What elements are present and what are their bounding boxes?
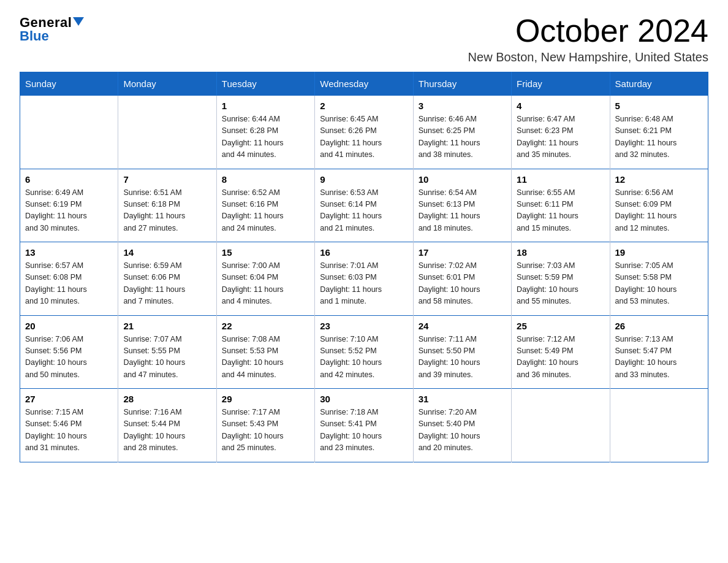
day-number: 18 [517,247,604,258]
day-number: 23 [320,321,408,331]
title-section: October 2024 New Boston, New Hampshire, … [468,15,708,64]
day-cell-26: 26Sunrise: 7:13 AMSunset: 5:47 PMDayligh… [610,315,708,389]
day-cell-15: 15Sunrise: 7:00 AMSunset: 6:04 PMDayligh… [216,242,314,316]
week-row-5: 27Sunrise: 7:15 AMSunset: 5:46 PMDayligh… [20,389,708,462]
day-number: 2 [320,101,408,111]
weekday-header-row: SundayMondayTuesdayWednesdayThursdayFrid… [20,72,708,96]
day-number: 19 [615,247,703,258]
day-info: Sunrise: 7:12 AMSunset: 5:49 PMDaylight:… [517,334,604,381]
day-cell-31: 31Sunrise: 7:20 AMSunset: 5:40 PMDayligh… [413,389,511,462]
day-info: Sunrise: 6:51 AMSunset: 6:18 PMDaylight:… [123,187,211,235]
day-cell-16: 16Sunrise: 7:01 AMSunset: 6:03 PMDayligh… [315,242,413,316]
day-cell-21: 21Sunrise: 7:07 AMSunset: 5:55 PMDayligh… [118,315,216,389]
day-number: 14 [123,247,211,258]
day-cell-5: 5Sunrise: 6:48 AMSunset: 6:21 PMDaylight… [610,96,708,169]
day-info: Sunrise: 7:01 AMSunset: 6:03 PMDaylight:… [320,260,408,308]
day-number: 17 [419,247,506,258]
day-cell-30: 30Sunrise: 7:18 AMSunset: 5:41 PMDayligh… [315,389,413,462]
day-info: Sunrise: 6:54 AMSunset: 6:13 PMDaylight:… [419,187,506,235]
calendar-title: October 2024 [468,15,708,47]
day-cell-24: 24Sunrise: 7:11 AMSunset: 5:50 PMDayligh… [413,315,511,389]
day-cell-14: 14Sunrise: 6:59 AMSunset: 6:06 PMDayligh… [118,242,216,316]
day-info: Sunrise: 7:13 AMSunset: 5:47 PMDaylight:… [615,334,703,381]
day-number: 3 [419,101,506,111]
page-header: General Blue October 2024 New Boston, Ne… [20,15,708,64]
week-row-4: 20Sunrise: 7:06 AMSunset: 5:56 PMDayligh… [20,315,708,389]
day-number: 12 [615,174,703,185]
logo-triangle-icon [73,17,84,26]
weekday-header-friday: Friday [512,72,610,96]
day-cell-2: 2Sunrise: 6:45 AMSunset: 6:26 PMDaylight… [315,96,413,169]
day-info: Sunrise: 6:56 AMSunset: 6:09 PMDaylight:… [615,187,703,235]
calendar-table: SundayMondayTuesdayWednesdayThursdayFrid… [20,72,708,462]
day-number: 13 [25,247,113,258]
day-info: Sunrise: 7:18 AMSunset: 5:41 PMDaylight:… [320,407,408,454]
day-info: Sunrise: 7:00 AMSunset: 6:04 PMDaylight:… [222,260,309,308]
week-row-2: 6Sunrise: 6:49 AMSunset: 6:19 PMDaylight… [20,169,708,242]
day-cell-13: 13Sunrise: 6:57 AMSunset: 6:08 PMDayligh… [20,242,118,316]
weekday-header-monday: Monday [118,72,216,96]
weekday-header-tuesday: Tuesday [216,72,314,96]
day-cell-17: 17Sunrise: 7:02 AMSunset: 6:01 PMDayligh… [413,242,511,316]
day-number: 9 [320,174,408,185]
day-info: Sunrise: 6:45 AMSunset: 6:26 PMDaylight:… [320,113,408,161]
day-number: 16 [320,247,408,258]
day-number: 11 [517,174,604,185]
empty-cell [118,96,216,169]
day-number: 30 [320,394,408,404]
day-cell-20: 20Sunrise: 7:06 AMSunset: 5:56 PMDayligh… [20,315,118,389]
day-number: 25 [517,321,604,331]
calendar-header: SundayMondayTuesdayWednesdayThursdayFrid… [20,72,708,96]
day-info: Sunrise: 7:06 AMSunset: 5:56 PMDaylight:… [25,334,113,381]
day-info: Sunrise: 7:20 AMSunset: 5:40 PMDaylight:… [419,407,506,454]
day-info: Sunrise: 6:48 AMSunset: 6:21 PMDaylight:… [615,113,703,161]
day-number: 1 [222,101,309,111]
day-number: 20 [25,321,113,331]
day-cell-1: 1Sunrise: 6:44 AMSunset: 6:28 PMDaylight… [216,96,314,169]
day-cell-19: 19Sunrise: 7:05 AMSunset: 5:58 PMDayligh… [610,242,708,316]
day-cell-25: 25Sunrise: 7:12 AMSunset: 5:49 PMDayligh… [512,315,610,389]
day-cell-10: 10Sunrise: 6:54 AMSunset: 6:13 PMDayligh… [413,169,511,242]
day-info: Sunrise: 7:16 AMSunset: 5:44 PMDaylight:… [123,407,211,454]
day-number: 10 [419,174,506,185]
day-info: Sunrise: 7:17 AMSunset: 5:43 PMDaylight:… [222,407,309,454]
day-cell-22: 22Sunrise: 7:08 AMSunset: 5:53 PMDayligh… [216,315,314,389]
day-info: Sunrise: 7:11 AMSunset: 5:50 PMDaylight:… [419,334,506,381]
day-info: Sunrise: 6:55 AMSunset: 6:11 PMDaylight:… [517,187,604,235]
day-cell-29: 29Sunrise: 7:17 AMSunset: 5:43 PMDayligh… [216,389,314,462]
calendar-subtitle: New Boston, New Hampshire, United States [468,50,708,64]
weekday-header-sunday: Sunday [20,72,118,96]
day-cell-4: 4Sunrise: 6:47 AMSunset: 6:23 PMDaylight… [512,96,610,169]
day-info: Sunrise: 6:44 AMSunset: 6:28 PMDaylight:… [222,113,309,161]
day-cell-27: 27Sunrise: 7:15 AMSunset: 5:46 PMDayligh… [20,389,118,462]
calendar-body: 1Sunrise: 6:44 AMSunset: 6:28 PMDaylight… [20,96,708,462]
day-info: Sunrise: 7:03 AMSunset: 5:59 PMDaylight:… [517,260,604,308]
day-number: 7 [123,174,211,185]
day-number: 21 [123,321,211,331]
day-number: 22 [222,321,309,331]
day-number: 4 [517,101,604,111]
logo-blue-text: Blue [20,28,49,44]
day-info: Sunrise: 7:15 AMSunset: 5:46 PMDaylight:… [25,407,113,454]
day-info: Sunrise: 6:47 AMSunset: 6:23 PMDaylight:… [517,113,604,161]
day-number: 29 [222,394,309,404]
day-info: Sunrise: 7:08 AMSunset: 5:53 PMDaylight:… [222,334,309,381]
day-cell-12: 12Sunrise: 6:56 AMSunset: 6:09 PMDayligh… [610,169,708,242]
day-cell-8: 8Sunrise: 6:52 AMSunset: 6:16 PMDaylight… [216,169,314,242]
day-number: 27 [25,394,113,404]
day-info: Sunrise: 6:53 AMSunset: 6:14 PMDaylight:… [320,187,408,235]
empty-cell [610,389,708,462]
day-cell-23: 23Sunrise: 7:10 AMSunset: 5:52 PMDayligh… [315,315,413,389]
week-row-3: 13Sunrise: 6:57 AMSunset: 6:08 PMDayligh… [20,242,708,316]
empty-cell [512,389,610,462]
week-row-1: 1Sunrise: 6:44 AMSunset: 6:28 PMDaylight… [20,96,708,169]
empty-cell [20,96,118,169]
day-number: 26 [615,321,703,331]
day-cell-3: 3Sunrise: 6:46 AMSunset: 6:25 PMDaylight… [413,96,511,169]
day-info: Sunrise: 7:02 AMSunset: 6:01 PMDaylight:… [419,260,506,308]
day-cell-6: 6Sunrise: 6:49 AMSunset: 6:19 PMDaylight… [20,169,118,242]
day-info: Sunrise: 6:46 AMSunset: 6:25 PMDaylight:… [419,113,506,161]
weekday-header-wednesday: Wednesday [315,72,413,96]
day-number: 6 [25,174,113,185]
day-cell-28: 28Sunrise: 7:16 AMSunset: 5:44 PMDayligh… [118,389,216,462]
